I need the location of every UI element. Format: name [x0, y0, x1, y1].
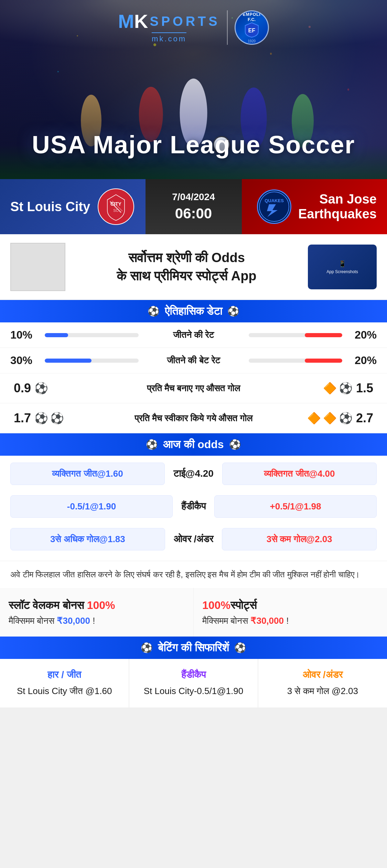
earthquakes-logo-svg: QUAKES — [259, 191, 290, 222]
odds-over-under-label: ओवर /अंडर — [170, 534, 217, 545]
win-rate-label: जीतने की रेट — [146, 330, 242, 340]
promo-text: सर्वोत्तम श्रेणी की Odds के साथ प्रीमियर… — [76, 249, 298, 285]
reco-card-1: हार / जीत St Louis City जीत @1.60 — [0, 659, 129, 707]
ball-1: ⚽ — [34, 382, 48, 395]
avg-goals-scored-left: 0.9 ⚽ — [14, 381, 83, 395]
bonus-section: स्लॉट वेलकम बोनस 100% मैक्सिमम बोनस ₹30,… — [0, 588, 387, 637]
balls-right-conceded: 🔶 🔶 ⚽ — [307, 412, 353, 425]
empoli-name: EMPOLI — [243, 12, 261, 17]
bonus-card-1-subtitle: मैक्सिमम बोनस ₹30,000 ! — [9, 616, 95, 626]
reco-header: ⚽ बेटिंग की सिफारिशें ⚽ — [0, 637, 387, 659]
mk-k: K — [134, 10, 148, 32]
avg-goals-scored-row: 0.9 ⚽ प्रति मैच बनाए गए औसत गोल 🔶 ⚽ 1.5 — [0, 373, 387, 403]
win-rate-row: 10% जीतने की रेट 20% — [0, 322, 387, 348]
match-time: 06:00 — [175, 205, 212, 222]
reco-ball-right: ⚽ — [234, 642, 246, 653]
avg-goals-scored-right: 🔶 ⚽ 1.5 — [304, 381, 373, 395]
bet-win-rate-right-bar — [249, 359, 343, 363]
ball-icon-left: ⚽ — [148, 306, 160, 317]
reco-value-2: St Louis City-0.5/1@1.90 — [144, 685, 243, 697]
reco-value-1: St Louis City जीत @1.60 — [17, 685, 112, 697]
match-bar: St Louis City CITY SC 7/04/2024 06:00 QU… — [0, 179, 387, 234]
away-team-section: QUAKES San Jose Earthquakes — [242, 179, 387, 234]
odds-row-3: 3से अधिक गोल@1.83 ओवर /अंडर 3से कम गोल@2… — [0, 521, 387, 554]
win-rate-right-value: 20% — [349, 329, 377, 341]
reco-card-2: हैंडीकैप St Louis City-0.5/1@1.90 — [129, 659, 258, 707]
odds-title: आज की odds — [163, 438, 224, 451]
mk-domain: mk.com — [152, 32, 186, 43]
avg-goals-scored-left-value: 0.9 — [14, 381, 31, 395]
betting-recommendations-section: ⚽ बेटिंग की सिफारिशें ⚽ हार / जीत St Lou… — [0, 637, 387, 707]
odds-ball-right: ⚽ — [229, 439, 241, 450]
ball-cr3: ⚽ — [339, 412, 353, 425]
bonus-card-2[interactable]: 100%स्पोर्ट्स मैक्सिमम बोनस ₹30,000 ! — [194, 588, 387, 637]
bet-win-rate-left-bar — [45, 359, 139, 363]
ball-c2: ⚽ — [50, 412, 64, 425]
hero-title: USA Major League Soccer — [0, 131, 387, 158]
reco-card-3: ओवर /अंडर 3 से कम गोल @2.03 — [258, 659, 387, 707]
bet-win-rate-label: जीतने की बेट रेट — [146, 355, 242, 366]
odds-section: ⚽ आज की odds ⚽ व्यक्तिगत जीत@1.60 टाई@4.… — [0, 433, 387, 561]
bet-win-rate-right-value: 20% — [349, 354, 377, 367]
win-rate-left-value: 10% — [10, 329, 38, 341]
reco-ball-left: ⚽ — [141, 642, 153, 653]
away-team-name: San Jose Earthquakes — [298, 192, 377, 221]
odds-tie-label[interactable]: टाई@4.20 — [170, 468, 217, 479]
hero-banner: MK SPORTS mk.com EMPOLI F.C. EF 1920 USA… — [0, 0, 387, 179]
ball-c1: ⚽ — [34, 412, 48, 425]
bonus-card-2-subtitle: मैक्सिमम बोनस ₹30,000 ! — [202, 616, 289, 626]
odds-under-btn[interactable]: 3से कम गोल@2.03 — [222, 528, 377, 550]
odds-away-win-btn[interactable]: व्यक्तिगत जीत@4.00 — [222, 463, 377, 485]
empoli-logo: EMPOLI F.C. EF 1920 — [235, 10, 269, 45]
balls-left-conceded: ⚽ ⚽ — [34, 412, 64, 425]
bet-win-rate-row: 30% जीतने की बेट रेट 20% — [0, 348, 387, 373]
promo-placeholder-image — [10, 243, 65, 291]
empoli-year: 1920 — [243, 39, 261, 43]
mk-m: M — [118, 10, 134, 32]
avg-goals-conceded-right: 🔶 🔶 ⚽ 2.7 — [304, 411, 373, 425]
odds-handicap-left-btn[interactable]: -0.5/1@1.90 — [10, 495, 173, 518]
home-team-name: St Louis City — [10, 199, 90, 214]
odds-header: ⚽ आज की odds ⚽ — [0, 433, 387, 456]
ball-r2: ⚽ — [339, 382, 353, 395]
win-rate-left-bar — [45, 333, 139, 337]
bonus-card-2-title: 100%स्पोर्ट्स — [202, 598, 257, 613]
bonus-card-1-title: स्लॉट वेलकम बोनस 100% — [9, 598, 115, 613]
avg-goals-conceded-right-value: 2.7 — [356, 411, 373, 425]
reco-type-3: ओवर /अंडर — [303, 669, 343, 681]
historical-header: ⚽ ऐतिहासिक डेटा ⚽ — [0, 300, 387, 322]
mk-brand: MK SPORTS mk.com — [118, 12, 220, 43]
ball-cr2: 🔶 — [323, 412, 337, 425]
odds-over-btn[interactable]: 3से अधिक गोल@1.83 — [10, 528, 165, 550]
ball-icon-right: ⚽ — [227, 306, 239, 317]
analysis-text: अवे टीम फिलहाल जीत हासिल करने के लिए संघ… — [10, 568, 377, 581]
empoli-shield-icon: EF — [245, 22, 259, 38]
home-team-section: St Louis City CITY SC — [0, 179, 146, 234]
avg-goals-conceded-row: 1.7 ⚽ ⚽ प्रति मैच स्वीकार किये गये औसत ग… — [0, 403, 387, 433]
ball-cr1: 🔶 — [307, 412, 321, 425]
historical-title: ऐतिहासिक डेटा — [165, 305, 223, 318]
svg-text:EF: EF — [248, 28, 255, 33]
promo-banner[interactable]: सर्वोत्तम श्रेणी की Odds के साथ प्रीमियर… — [0, 234, 387, 300]
match-date: 7/04/2024 — [172, 192, 215, 203]
odds-handicap-right-btn[interactable]: +0.5/1@1.98 — [214, 495, 377, 518]
bonus-card-1[interactable]: स्लॉट वेलकम बोनस 100% मैक्सिमम बोनस ₹30,… — [0, 588, 194, 637]
historical-section: ⚽ ऐतिहासिक डेटा ⚽ 10% जीतने की रेट 20% 3… — [0, 300, 387, 433]
avg-goals-conceded-label: प्रति मैच स्वीकार किये गये औसत गोल — [83, 413, 304, 424]
odds-handicap-label: हैंडीकैप — [178, 501, 209, 512]
avg-goals-conceded-left-value: 1.7 — [14, 411, 31, 425]
svg-text:QUAKES: QUAKES — [265, 198, 284, 203]
win-rate-right-bar — [249, 333, 343, 337]
logo-divider — [227, 10, 228, 45]
odds-home-win-btn[interactable]: व्यक्तिगत जीत@1.60 — [10, 463, 165, 485]
analysis-section: अवे टीम फिलहाल जीत हासिल करने के लिए संघ… — [0, 561, 387, 588]
odds-ball-left: ⚽ — [146, 439, 158, 450]
reco-type-1: हार / जीत — [47, 669, 81, 681]
reco-type-2: हैंडीकैप — [181, 669, 206, 681]
avg-goals-scored-right-value: 1.5 — [356, 381, 373, 395]
promo-app-screenshot: 📱 App Screenshots — [308, 245, 377, 289]
mk-sports-logo: MK SPORTS mk.com EMPOLI F.C. EF 1920 — [118, 10, 269, 45]
reco-grid: हार / जीत St Louis City जीत @1.60 हैंडीक… — [0, 659, 387, 707]
balls-right-scored: 🔶 ⚽ — [323, 382, 353, 395]
balls-left-scored: ⚽ — [34, 382, 48, 395]
